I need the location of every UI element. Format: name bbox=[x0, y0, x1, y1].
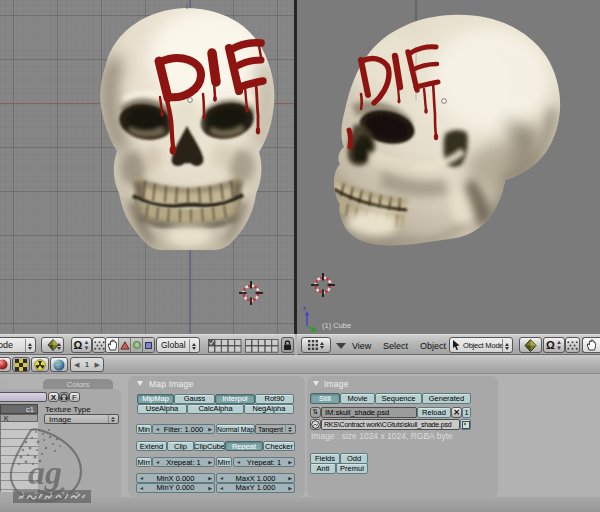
svg-text:z: z bbox=[303, 305, 306, 311]
svg-text:ag: ag bbox=[28, 454, 62, 491]
svg-text:(1) Cube: (1) Cube bbox=[322, 321, 351, 330]
